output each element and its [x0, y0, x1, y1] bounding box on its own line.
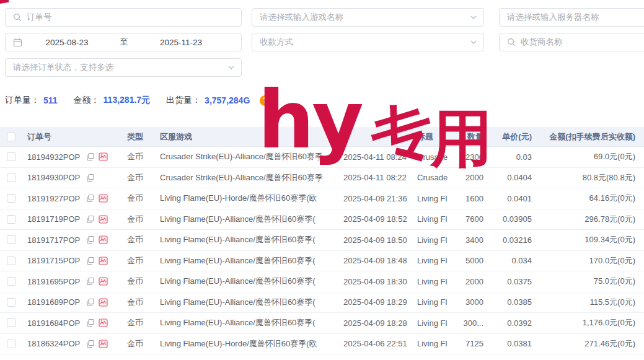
screenshot-image-icon[interactable] — [99, 152, 108, 161]
row-checkbox[interactable] — [7, 257, 15, 265]
order-quantity: 300... — [453, 313, 488, 333]
row-checkbox[interactable] — [7, 173, 15, 182]
order-quantity: 2000 — [453, 168, 488, 188]
order-time: 2025-04-09 18:29 — [339, 292, 417, 313]
server-game: Crusader Strike(EU)-Alliance/魔兽怀旧60赛季 — [160, 168, 339, 188]
game-select[interactable]: 请选择或输入游戏名称 — [252, 8, 484, 27]
copy-icon[interactable] — [86, 277, 95, 286]
table-header-row: 订单号 类型 区服游戏 标题 数量 单价(元) 金额(扣手续费后实收额) — [0, 127, 644, 147]
screenshot-image-icon[interactable] — [99, 340, 108, 348]
unit-price: 0.03905 — [488, 209, 538, 230]
copy-icon[interactable] — [86, 194, 95, 203]
payment-method-placeholder: 收款方式 — [260, 37, 293, 48]
chevron-down-icon — [227, 64, 235, 71]
date-start-value[interactable]: 2025-08-23 — [27, 38, 107, 47]
order-amount: 170.0元(0元) — [538, 251, 644, 271]
copy-icon[interactable] — [86, 257, 95, 265]
game-select-placeholder: 请选择或输入游戏名称 — [260, 12, 343, 23]
order-amount: 109.34元(0元) — [538, 230, 644, 250]
order-quantity: 5000 — [453, 251, 488, 271]
server-select[interactable]: 请选择或输入服务器名称 — [499, 8, 644, 27]
server-select-placeholder: 请选择或输入服务器名称 — [507, 12, 599, 23]
row-checkbox[interactable] — [7, 277, 15, 286]
payment-method-select[interactable]: 收款方式 — [252, 33, 484, 51]
screenshot-image-icon[interactable] — [99, 277, 108, 286]
order-quantity: 1600 — [453, 188, 488, 209]
row-checkbox[interactable] — [7, 215, 15, 224]
header-unit-price: 单价(元) — [488, 127, 538, 146]
unit-price: 0.03216 — [488, 230, 538, 250]
order-type: 金币 — [127, 251, 160, 271]
table-row: 18191715POP金币Living Flame(EU)-Alliance/魔… — [0, 251, 644, 272]
screenshot-image-icon[interactable] — [99, 235, 108, 244]
header-server-game: 区服游戏 — [160, 127, 339, 146]
order-number: 18194932POP — [27, 152, 80, 162]
order-no-input[interactable]: 订单号 — [5, 8, 242, 27]
order-number: 18194930POP — [27, 173, 80, 182]
table-row: 18186324POP金币Living Flame(EU)-Horde/魔兽怀旧… — [0, 334, 644, 355]
copy-icon[interactable] — [86, 298, 95, 307]
screenshot-image-icon[interactable] — [99, 318, 108, 327]
orders-count-value: 511 — [43, 95, 58, 105]
copy-icon[interactable] — [86, 318, 95, 327]
copy-icon[interactable] — [86, 235, 95, 244]
order-title: Living Fl — [417, 188, 453, 209]
screenshot-image-icon[interactable] — [99, 257, 108, 265]
help-question-icon[interactable]: ? — [260, 95, 270, 106]
unit-price: 0.0392 — [488, 313, 538, 333]
corner-watermark-fragment — [0, 0, 9, 4]
screenshot-image-icon[interactable] — [99, 298, 108, 307]
order-number: 18191719POP — [27, 214, 80, 224]
order-status-placeholder: 请选择订单状态，支持多选 — [13, 62, 113, 73]
row-checkbox[interactable] — [7, 298, 15, 307]
date-range-picker[interactable]: 2025-08-23 至 2025-11-23 — [5, 33, 242, 51]
orders-count-label: 订单量： — [5, 95, 40, 106]
screenshot-image-icon[interactable] — [99, 194, 108, 203]
row-checkbox[interactable] — [7, 318, 15, 327]
order-type: 金币 — [127, 313, 160, 333]
shipped-value: 3,757,284G — [205, 95, 250, 105]
order-quantity: 7125 — [453, 334, 488, 354]
calendar-icon — [13, 38, 22, 47]
order-management-page: 订单号 请选择或输入游戏名称 请选择或输入服务器名称 2025-08-23 至 … — [0, 0, 644, 360]
header-time — [339, 127, 417, 146]
unit-price: 0.034 — [488, 251, 538, 271]
unit-price: 0.0381 — [488, 334, 538, 354]
server-game: Living Flame(EU)-Alliance/魔兽怀旧60赛季( — [160, 292, 339, 313]
server-game: Living Flame(EU)-Horde/魔兽怀旧60赛季(欧 — [160, 334, 339, 354]
copy-icon[interactable] — [86, 215, 95, 224]
copy-icon[interactable] — [86, 152, 95, 161]
select-all-checkbox[interactable] — [7, 133, 15, 141]
order-time: 2025-04-09 18:48 — [339, 251, 417, 271]
order-type: 金币 — [127, 209, 160, 230]
order-time: 2025-04-09 18:52 — [339, 209, 417, 230]
row-checkbox[interactable] — [7, 340, 15, 348]
table-row: 18191717POP金币Living Flame(EU)-Alliance/魔… — [0, 230, 644, 251]
table-row: 18191684POP金币Living Flame(EU)-Alliance/魔… — [0, 313, 644, 334]
unit-price: 0.03 — [488, 147, 538, 167]
server-game: Living Flame(EU)-Alliance/魔兽怀旧60赛季( — [160, 271, 339, 292]
server-game: Living Flame(EU)-Horde/魔兽怀旧60赛季(欧 — [160, 188, 339, 209]
server-game: Living Flame(EU)-Alliance/魔兽怀旧60赛季( — [160, 313, 339, 333]
date-end-value[interactable]: 2025-11-23 — [141, 38, 221, 47]
order-quantity: 7600 — [453, 209, 488, 230]
order-time: 2025-04-09 21:36 — [339, 188, 417, 209]
order-title: Living Fl — [417, 251, 453, 271]
screenshot-image-icon[interactable] — [99, 215, 108, 224]
row-checkbox[interactable] — [7, 194, 15, 203]
order-quantity: 2300 — [453, 147, 488, 167]
row-checkbox[interactable] — [7, 152, 15, 161]
unit-price: 0.0375 — [488, 271, 538, 292]
order-status-select[interactable]: 请选择订单状态，支持多选 — [5, 58, 242, 77]
order-amount: 1,176.0元(0元) — [538, 313, 644, 333]
order-title: Living Fl — [417, 334, 453, 354]
unit-price: 0.0401 — [488, 188, 538, 209]
row-checkbox[interactable] — [7, 235, 15, 244]
table-row: 18191689POP金币Living Flame(EU)-Alliance/魔… — [0, 292, 644, 314]
search-icon — [507, 38, 516, 46]
amount-label: 金额： — [74, 95, 100, 106]
order-type: 金币 — [127, 147, 160, 167]
receiver-input[interactable]: 收货商名称 — [499, 33, 644, 51]
copy-icon[interactable] — [86, 173, 95, 182]
copy-icon[interactable] — [86, 340, 95, 348]
